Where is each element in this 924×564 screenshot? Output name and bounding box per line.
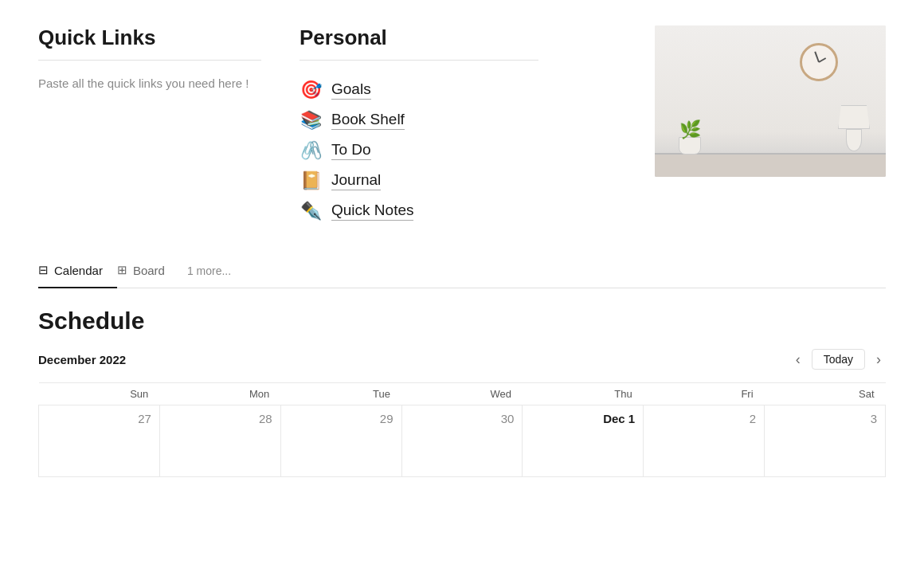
personal-item-goals[interactable]: 🎯 Goals xyxy=(300,75,538,105)
day-number: 29 xyxy=(289,412,393,425)
bookshelf-icon: 📚 xyxy=(300,110,322,131)
plant-decoration: 🌿 xyxy=(679,119,701,155)
personal-divider xyxy=(300,60,538,61)
header-tue: Tue xyxy=(280,383,401,405)
tabs-row: ⊟ Calendar ⊞ Board 1 more... xyxy=(38,255,886,288)
quick-links-column: Quick Links Paste all the quick links yo… xyxy=(38,25,261,226)
quick-links-divider xyxy=(38,60,261,61)
todo-icon: 🖇️ xyxy=(300,140,322,161)
image-column: 🌿 xyxy=(577,25,886,226)
quicknotes-label: Quick Notes xyxy=(331,202,413,221)
clock-decoration xyxy=(800,43,838,81)
schedule-section: Schedule December 2022 ‹ Today › Sun Mon… xyxy=(38,307,886,477)
personal-column: Personal 🎯 Goals 📚 Book Shelf 🖇️ To Do 📔 xyxy=(300,25,538,226)
cal-cell-2: 2 xyxy=(644,405,765,477)
cal-cell-30: 30 xyxy=(401,405,523,477)
personal-item-bookshelf[interactable]: 📚 Book Shelf xyxy=(300,105,538,135)
day-number: 3 xyxy=(773,412,877,425)
personal-title: Personal xyxy=(300,25,538,50)
board-tab-icon: ⊞ xyxy=(117,263,127,277)
header-wed: Wed xyxy=(401,383,523,405)
calendar-grid: Sun Mon Tue Wed Thu Fri Sat 27 28 29 30 … xyxy=(38,382,886,477)
plant-pot xyxy=(679,137,701,155)
room-image: 🌿 xyxy=(655,25,886,177)
prev-month-button[interactable]: ‹ xyxy=(791,350,805,370)
cal-cell-29: 29 xyxy=(280,405,401,477)
cal-cell-27: 27 xyxy=(39,405,160,477)
schedule-title: Schedule xyxy=(38,307,886,335)
calendar-month-label: December 2022 xyxy=(38,353,126,366)
day-number: 28 xyxy=(168,412,272,425)
tab-calendar[interactable]: ⊟ Calendar xyxy=(38,255,117,288)
calendar-tab-label: Calendar xyxy=(54,264,103,277)
page: Quick Links Paste all the quick links yo… xyxy=(0,0,924,564)
header-sun: Sun xyxy=(39,383,160,405)
calendar-row-1: 27 28 29 30 Dec 1 2 3 xyxy=(39,405,886,477)
room-wall: 🌿 xyxy=(655,25,886,177)
header-mon: Mon xyxy=(159,383,280,405)
lamp-shade xyxy=(838,105,870,129)
personal-list: 🎯 Goals 📚 Book Shelf 🖇️ To Do 📔 Journal … xyxy=(300,75,538,226)
personal-item-quicknotes[interactable]: ✒️ Quick Notes xyxy=(300,196,538,226)
bookshelf-label: Book Shelf xyxy=(331,111,405,130)
header-sat: Sat xyxy=(765,383,886,405)
today-button[interactable]: Today xyxy=(812,349,865,370)
top-section: Quick Links Paste all the quick links yo… xyxy=(38,25,886,226)
calendar-header: December 2022 ‹ Today › xyxy=(38,349,886,370)
plant-leaves: 🌿 xyxy=(679,121,701,139)
cal-cell-3: 3 xyxy=(765,405,886,477)
lamp-decoration xyxy=(838,105,870,153)
day-number: 30 xyxy=(410,412,515,425)
quick-links-title: Quick Links xyxy=(38,25,261,50)
header-thu: Thu xyxy=(523,383,644,405)
next-month-button[interactable]: › xyxy=(871,350,886,370)
goals-icon: 🎯 xyxy=(300,80,322,100)
calendar-tab-icon: ⊟ xyxy=(38,263,49,277)
calendar-navigation: ‹ Today › xyxy=(791,349,886,370)
personal-item-journal[interactable]: 📔 Journal xyxy=(300,166,538,196)
personal-item-todo[interactable]: 🖇️ To Do xyxy=(300,135,538,166)
tab-board[interactable]: ⊞ Board xyxy=(117,255,179,288)
tab-more[interactable]: 1 more... xyxy=(179,257,231,287)
table-decoration xyxy=(655,153,886,177)
goals-label: Goals xyxy=(331,80,371,100)
journal-label: Journal xyxy=(331,171,381,190)
calendar-day-headers: Sun Mon Tue Wed Thu Fri Sat xyxy=(39,383,886,405)
board-tab-label: Board xyxy=(133,264,165,277)
cal-cell-28: 28 xyxy=(159,405,280,477)
quicknotes-icon: ✒️ xyxy=(300,201,322,221)
tabs-section: ⊟ Calendar ⊞ Board 1 more... xyxy=(38,255,886,288)
day-number: 2 xyxy=(652,412,756,425)
lamp-base xyxy=(846,129,862,151)
header-fri: Fri xyxy=(644,383,765,405)
quick-links-placeholder: Paste all the quick links you need here … xyxy=(38,75,261,93)
day-number: 27 xyxy=(47,412,151,425)
todo-label: To Do xyxy=(331,141,371,160)
journal-icon: 📔 xyxy=(300,170,322,191)
cal-cell-dec1: Dec 1 xyxy=(523,405,644,477)
day-number: Dec 1 xyxy=(531,412,635,425)
